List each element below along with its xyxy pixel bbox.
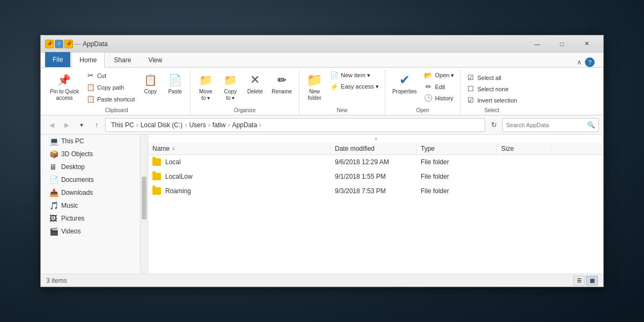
window-title: AppData bbox=[83, 40, 525, 48]
path-arrow-4: › bbox=[226, 121, 231, 129]
pin-label: Pin to Quickaccess bbox=[50, 89, 79, 101]
move-to-button[interactable]: 📁 Moveto ▾ bbox=[194, 70, 217, 104]
pin-icon: 📌 bbox=[57, 72, 72, 87]
up-button[interactable]: ↑ bbox=[90, 119, 103, 131]
help-button[interactable]: ? bbox=[585, 57, 595, 67]
select-none-icon: ☐ bbox=[466, 85, 475, 93]
table-row[interactable]: Roaming 9/3/2018 7:53 PM File folder bbox=[148, 184, 603, 199]
copy-path-icon: 📋 bbox=[86, 83, 95, 91]
path-crumb-appdata[interactable]: AppData bbox=[231, 121, 258, 129]
copy-button[interactable]: 📋 Copy bbox=[138, 70, 162, 98]
tab-home[interactable]: Home bbox=[71, 52, 105, 68]
new-folder-label: Newfolder bbox=[308, 89, 321, 101]
path-crumb-username[interactable]: fatiw bbox=[211, 121, 227, 129]
copy-to-button[interactable]: 📁 Copyto ▾ bbox=[218, 70, 242, 104]
path-arrow-1: › bbox=[135, 121, 140, 129]
minimize-button[interactable]: — bbox=[525, 35, 550, 53]
open-button[interactable]: 📂 Open ▾ bbox=[421, 70, 457, 81]
cut-button[interactable]: ✂ Cut bbox=[84, 70, 137, 81]
tab-share[interactable]: Share bbox=[106, 52, 139, 67]
properties-button[interactable]: ✔ Properties bbox=[389, 70, 421, 98]
column-name[interactable]: Name ∧ bbox=[148, 143, 331, 155]
select-all-button[interactable]: ☑ Select all bbox=[464, 72, 519, 83]
delete-button[interactable]: ✕ Delete bbox=[243, 70, 267, 98]
clipboard-items: 📌 Pin to Quickaccess ✂ Cut 📋 Copy path 📋… bbox=[46, 70, 187, 106]
rename-button[interactable]: ✏ Rename bbox=[268, 70, 296, 98]
close-button[interactable]: ✕ bbox=[574, 35, 599, 53]
sidebar-item-desktop[interactable]: 🖥 Desktop bbox=[41, 160, 148, 173]
path-arrow-2: › bbox=[184, 121, 188, 129]
recent-locations-button[interactable]: ▾ bbox=[75, 119, 88, 131]
tab-file[interactable]: File bbox=[45, 52, 70, 67]
refresh-button[interactable]: ↻ bbox=[487, 119, 500, 131]
forward-button[interactable]: ▶ bbox=[60, 119, 73, 131]
ribbon-collapse-button[interactable]: ∧ bbox=[577, 58, 582, 66]
paste-button[interactable]: 📄 Paste bbox=[163, 70, 187, 98]
item-count: 3 items bbox=[46, 277, 67, 284]
sidebar-label-desktop: Desktop bbox=[61, 163, 85, 171]
sidebar-item-downloads[interactable]: 📥 Downloads bbox=[41, 186, 148, 199]
ribbon-group-select: ☑ Select all ☐ Select none ☑ Invert sele… bbox=[460, 70, 523, 115]
this-pc-icon: 💻 bbox=[49, 137, 58, 145]
column-size[interactable]: Size bbox=[497, 143, 551, 155]
properties-icon: ✔ bbox=[397, 72, 412, 87]
sidebar: 💻 This PC 📦 3D Objects 🖥 Desktop 📄 Docum… bbox=[41, 135, 148, 274]
path-arrow-3: › bbox=[207, 121, 211, 129]
sidebar-item-pictures[interactable]: 🖼 Pictures bbox=[41, 212, 148, 225]
file-name-cell: Local bbox=[148, 156, 331, 168]
maximize-button[interactable]: □ bbox=[550, 35, 574, 53]
sidebar-scroll-thumb[interactable] bbox=[142, 177, 147, 219]
edit-icon: ✏ bbox=[424, 83, 433, 91]
sidebar-item-documents[interactable]: 📄 Documents bbox=[41, 173, 148, 186]
ribbon-group-new: 📁 Newfolder 📄 New item ▾ ⚡ Easy access ▾… bbox=[299, 70, 385, 115]
search-icon: 🔍 bbox=[587, 121, 595, 129]
move-to-label: Moveto ▾ bbox=[199, 89, 212, 101]
paste-shortcut-button[interactable]: 📋 Paste shortcut bbox=[84, 93, 137, 105]
select-none-button[interactable]: ☐ Select none bbox=[464, 83, 519, 94]
table-row[interactable]: Local 9/6/2018 12:29 AM File folder bbox=[148, 155, 603, 170]
copy-path-button[interactable]: 📋 Copy path bbox=[84, 82, 137, 93]
paste-shortcut-label: Paste shortcut bbox=[97, 96, 135, 103]
path-crumb-users[interactable]: Users bbox=[188, 121, 207, 129]
file-size bbox=[497, 174, 551, 179]
title-bar-icons: 📌 ✓ 📌 — bbox=[45, 40, 78, 48]
list-view-button[interactable]: ☰ bbox=[573, 276, 585, 286]
path-crumb-this-pc[interactable]: This PC bbox=[110, 121, 135, 129]
select-small-group: ☑ Select all ☐ Select none ☑ Invert sele… bbox=[464, 70, 519, 106]
history-button[interactable]: 🕒 History bbox=[421, 92, 457, 104]
address-path[interactable]: This PC › Local Disk (C:) › Users › fati… bbox=[105, 118, 485, 132]
invert-selection-button[interactable]: ☑ Invert selection bbox=[464, 94, 519, 106]
easy-access-button[interactable]: ⚡ Easy access ▾ bbox=[327, 81, 382, 92]
back-button[interactable]: ◀ bbox=[45, 119, 58, 131]
pin-to-quick-access-button[interactable]: 📌 Pin to Quickaccess bbox=[46, 70, 83, 104]
sidebar-item-this-pc[interactable]: 💻 This PC bbox=[41, 135, 148, 148]
path-crumb-local-disk[interactable]: Local Disk (C:) bbox=[140, 121, 184, 129]
sidebar-item-videos[interactable]: 🎬 Videos bbox=[41, 225, 148, 238]
videos-icon: 🎬 bbox=[49, 227, 58, 236]
column-type[interactable]: Type bbox=[416, 143, 497, 155]
edit-button[interactable]: ✏ Edit bbox=[421, 81, 457, 92]
new-item-button[interactable]: 📄 New item ▾ bbox=[327, 70, 382, 81]
search-box[interactable]: 🔍 bbox=[502, 118, 599, 132]
sidebar-item-3d-objects[interactable]: 📦 3D Objects bbox=[41, 148, 148, 160]
ribbon-tab-bar: File Home Share View ∧ ? bbox=[41, 53, 603, 68]
rename-label: Rename bbox=[272, 89, 292, 95]
tab-view[interactable]: View bbox=[140, 52, 170, 67]
details-view-button[interactable]: ▦ bbox=[586, 276, 598, 286]
folder-icon bbox=[152, 158, 161, 166]
copy-label: Copy bbox=[144, 89, 157, 95]
sort-arrow-name: ∧ bbox=[172, 146, 175, 151]
sidebar-item-music[interactable]: 🎵 Music bbox=[41, 199, 148, 212]
search-input[interactable] bbox=[506, 122, 585, 128]
history-icon: 🕒 bbox=[424, 94, 433, 102]
edit-label: Edit bbox=[435, 84, 445, 90]
rename-icon: ✏ bbox=[274, 72, 289, 87]
column-date[interactable]: Date modified bbox=[331, 143, 416, 155]
downloads-icon: 📥 bbox=[49, 188, 58, 197]
new-items: 📁 Newfolder 📄 New item ▾ ⚡ Easy access ▾ bbox=[303, 70, 382, 106]
title-icon-check: ✓ bbox=[55, 40, 63, 48]
new-folder-button[interactable]: 📁 Newfolder bbox=[303, 70, 326, 104]
file-name-cell: Roaming bbox=[148, 185, 331, 197]
sidebar-scrollbar[interactable] bbox=[140, 135, 148, 274]
table-row[interactable]: LocalLow 9/1/2018 1:55 PM File folder bbox=[148, 170, 603, 184]
